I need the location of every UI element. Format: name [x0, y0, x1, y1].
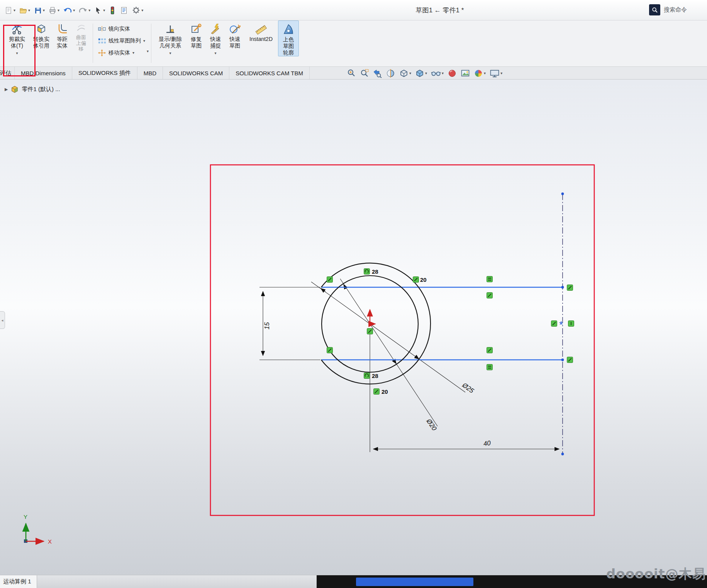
save-icon	[34, 6, 42, 15]
redo-dropdown[interactable]: ▾	[88, 8, 90, 12]
offset-entities-button[interactable]: 等距 实体	[53, 20, 72, 49]
redo-button[interactable]: ▾	[77, 5, 92, 16]
dimension-text-dia20: Ø20	[425, 417, 438, 432]
relations-label-line2: 几何关系	[159, 42, 181, 49]
open-dropdown[interactable]: ▾	[28, 8, 30, 12]
display-style-button[interactable]: ▾	[415, 69, 427, 78]
display-delete-relations-button[interactable]: 显示/删除 几何关系 ▾	[154, 20, 187, 55]
motion-study-tab[interactable]: 运动算例 1	[0, 575, 37, 588]
options-dropdown[interactable]: ▾	[141, 8, 143, 12]
tab-solidworks-cam-tbm-label: SOLIDWORKS CAM TBM	[236, 70, 303, 76]
dimension-40[interactable]: 40	[373, 439, 559, 449]
linear-pattern-dropdown[interactable]: ▾	[143, 39, 145, 43]
rebuild-button[interactable]	[107, 5, 117, 16]
dimension-dia20[interactable]: Ø20	[340, 279, 438, 432]
options-button[interactable]: ▾	[131, 5, 144, 16]
print-button[interactable]: ▾	[47, 5, 61, 16]
feature-tree-root-label[interactable]: 零件1 (默认) ...	[22, 86, 60, 93]
options-gear-icon	[132, 6, 141, 15]
rapid-sketch-button[interactable]: 快速 草图	[225, 20, 244, 49]
open-folder-icon	[19, 6, 27, 15]
quick-snaps-dropdown[interactable]: ▾	[215, 51, 217, 55]
print-dropdown[interactable]: ▾	[58, 8, 59, 12]
repair-sketch-button[interactable]: 修复 草图	[187, 20, 205, 49]
tab-solidworks-addins[interactable]: SOLIDWORKS 插件	[72, 67, 137, 79]
rapid-sketch-icon	[229, 23, 241, 35]
select-button[interactable]: ▾	[93, 5, 106, 16]
relations-dropdown[interactable]: ▾	[170, 51, 171, 55]
tab-solidworks-cam[interactable]: SOLIDWORKS CAM	[163, 67, 229, 79]
feature-tree-root[interactable]: ▶ 零件1 (默认) ...	[5, 85, 60, 93]
dimension-text-40: 40	[483, 439, 492, 448]
search-icon[interactable]	[649, 4, 660, 15]
ribbon-divider	[151, 24, 151, 63]
panel-collapse-handle[interactable]: ◂	[0, 311, 5, 329]
view-orientation-button[interactable]: ▾	[399, 69, 411, 78]
surface-offset-icon	[76, 23, 86, 33]
convert-entities-button[interactable]: 转换实 体引用	[30, 20, 53, 49]
sketch-tools-flyout[interactable]: ▾	[147, 49, 149, 53]
edit-appearance-button[interactable]	[448, 69, 457, 78]
trim-dropdown[interactable]: ▾	[16, 51, 18, 55]
undo-button[interactable]: ▾	[62, 5, 76, 16]
trim-entities-button[interactable]: 剪裁实 体(T) ▾	[4, 20, 30, 55]
display-monitor-button[interactable]: ▾	[490, 69, 502, 78]
shaded-contours-line1: 上色	[283, 36, 294, 43]
surface-offset-button[interactable]: 曲面 上偏 移	[72, 20, 90, 52]
graphics-area[interactable]: 15 40 Ø25 Ø20	[0, 80, 707, 575]
sketch-arc-outer-top[interactable]	[321, 263, 419, 287]
hide-show-dropdown[interactable]: ▾	[442, 71, 444, 75]
dimension-15[interactable]: 15	[263, 291, 271, 356]
undo-dropdown[interactable]: ▾	[73, 8, 75, 12]
move-entities-button[interactable]: 移动实体 ▾	[98, 48, 145, 58]
ribbon-divider	[93, 24, 93, 63]
zoom-to-area-button[interactable]	[360, 69, 369, 78]
apply-scene-button[interactable]	[461, 69, 470, 78]
display-style-dropdown[interactable]: ▾	[425, 71, 427, 75]
offset-entities-icon	[56, 23, 68, 35]
document-properties-button[interactable]	[119, 5, 129, 16]
move-dropdown[interactable]: ▾	[132, 51, 134, 55]
view-settings-dropdown[interactable]: ▾	[484, 71, 486, 75]
dimension-dia25[interactable]: Ø25	[311, 282, 475, 395]
tab-solidworks-cam-tbm[interactable]: SOLIDWORKS CAM TBM	[229, 67, 310, 79]
quick-snaps-line1: 快速	[210, 36, 221, 42]
window-title: 草图1 ← 零件1 *	[416, 0, 464, 20]
view-orientation-dropdown[interactable]: ▾	[409, 71, 411, 75]
save-button[interactable]: ▾	[32, 5, 46, 16]
command-search[interactable]: 搜索命令	[649, 4, 707, 15]
repair-sketch-icon	[190, 23, 202, 35]
tab-mbd[interactable]: MBD	[137, 67, 163, 79]
search-input[interactable]: 搜索命令	[664, 6, 687, 14]
select-dropdown[interactable]: ▾	[103, 8, 105, 12]
tab-evaluate[interactable]: 评估	[0, 67, 15, 79]
zoom-to-fit-button[interactable]	[347, 69, 356, 78]
quick-snaps-icon	[210, 23, 221, 35]
sketch-origin[interactable]	[369, 310, 375, 325]
sketch-canvas[interactable]: 15 40 Ø25 Ø20	[0, 80, 707, 575]
display-relations-icon	[164, 23, 176, 35]
title-bar: ▾ ▾ ▾ ▾ ▾	[0, 0, 707, 20]
num-label-top: 20	[420, 276, 427, 283]
move-entities-icon	[98, 49, 106, 57]
quick-snaps-button[interactable]: 快速 捕捉 ▾	[205, 20, 225, 55]
save-dropdown[interactable]: ▾	[43, 8, 45, 12]
section-view-button[interactable]	[386, 69, 395, 78]
new-document-button[interactable]: ▾	[3, 5, 17, 16]
new-dropdown[interactable]: ▾	[14, 8, 15, 12]
sketch-arc-outer-right[interactable]	[419, 287, 431, 360]
surface-offset-line2: 上偏	[76, 40, 86, 46]
tab-mbd-dimensions[interactable]: MBD Dimensions	[15, 67, 72, 79]
hide-show-items-button[interactable]: ▾	[431, 69, 444, 78]
sketch-point-marker[interactable]: *	[559, 319, 563, 330]
linear-pattern-button[interactable]: 线性草图阵列 ▾	[98, 36, 145, 46]
shaded-sketch-contours-button[interactable]: 上色 草图 轮廓	[278, 20, 299, 56]
instant2d-button[interactable]: Instant2D	[244, 20, 278, 42]
display-monitor-dropdown[interactable]: ▾	[500, 71, 502, 75]
rebuild-traffic-light-icon	[109, 6, 116, 15]
tree-expand-icon[interactable]: ▶	[5, 87, 8, 92]
open-button[interactable]: ▾	[18, 5, 31, 16]
view-settings-button[interactable]: ▾	[474, 69, 486, 78]
mirror-entities-button[interactable]: 镜向实体	[98, 24, 145, 34]
previous-view-button[interactable]	[373, 69, 382, 78]
